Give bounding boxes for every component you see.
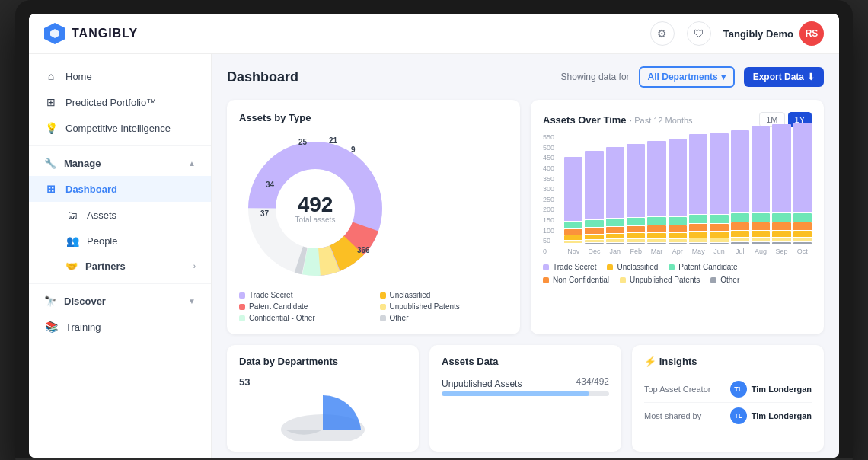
bar-group-Jun: Jun <box>710 133 728 255</box>
bc-dot-ot <box>710 277 716 283</box>
bar-group-Mar: Mar <box>647 141 665 255</box>
donut-legend: Trade Secret Unclassified Patent Candida… <box>239 291 508 322</box>
logo: TANGIBLY <box>44 23 138 44</box>
shield-icon[interactable]: 🛡 <box>687 21 711 46</box>
discover-icon: 🔭 <box>44 295 56 307</box>
insights-card: ⚡ Insights Top Asset Creator TL Tim Lond… <box>632 345 824 452</box>
sidebar-partners[interactable]: 🤝 Partners › <box>29 254 211 279</box>
bar-segment <box>564 222 582 228</box>
predicted-icon: ⊞ <box>44 96 58 108</box>
dashboard-icon: ⊞ <box>44 183 58 195</box>
showing-label: Showing data for <box>561 72 630 82</box>
bar-group-Jan: Jan <box>606 147 624 255</box>
bar-segment <box>772 124 790 212</box>
bar-stack-Dec <box>585 151 603 244</box>
bar-segment <box>669 225 687 232</box>
bar-segment <box>772 242 790 244</box>
donut-chart: 366 37 34 25 21 9 492 Total assets <box>239 133 391 285</box>
bar-segment <box>564 244 582 244</box>
manage-chevron: ▲ <box>188 159 196 168</box>
bc-legend-pc: Patent Candidate <box>669 263 737 271</box>
sidebar-item-predicted[interactable]: ⊞ Predicted Portfolio™ <box>29 89 211 115</box>
bar-segment <box>689 215 707 223</box>
export-label: Export Data <box>753 72 804 82</box>
bar-segment <box>731 130 749 212</box>
legend-dot-unclassified <box>380 292 386 299</box>
bar-segment <box>627 218 645 225</box>
bar-chart-legend: Trade Secret Unclassified Patent Candida… <box>543 263 812 284</box>
bar-segment <box>606 243 624 244</box>
donut-total: 492 <box>295 194 336 216</box>
bar-stack-Feb <box>627 144 645 244</box>
bar-month-label: Nov <box>567 248 579 255</box>
sidebar-discover-section[interactable]: 🔭 Discover ▼ <box>29 289 211 314</box>
dept-num: 53 <box>239 376 407 388</box>
over-time-title: Assets Over Time <box>543 114 627 126</box>
sidebar-item-people[interactable]: 👥 People <box>29 228 211 254</box>
sidebar-item-training[interactable]: 📚 Training <box>29 314 211 340</box>
training-icon: 📚 <box>44 321 58 333</box>
bar-segment <box>731 242 749 244</box>
bar-month-label: Feb <box>630 248 642 255</box>
bar-segment <box>752 231 770 237</box>
donut-area: 366 37 34 25 21 9 492 Total assets <box>239 133 508 285</box>
bar-segment <box>669 217 687 225</box>
bar-segment <box>731 213 749 222</box>
bar-group-Dec: Dec <box>585 151 603 255</box>
user-badge: Tangibly Demo RS <box>723 21 824 46</box>
bar-segment <box>585 240 603 242</box>
bar-segment <box>647 225 665 232</box>
bar-month-label: May <box>692 248 705 255</box>
competitive-icon: 💡 <box>44 122 58 134</box>
discover-chevron: ▼ <box>188 297 196 305</box>
bar-segment <box>564 229 582 235</box>
export-button[interactable]: Export Data ⬇ <box>744 67 824 87</box>
bar-segment <box>669 233 687 238</box>
bar-segment <box>669 139 687 216</box>
sidebar-item-home[interactable]: ⌂ Home <box>29 63 211 89</box>
partners-icon: 🤝 <box>65 260 78 272</box>
people-icon: 👥 <box>65 235 79 247</box>
bar-segment <box>564 235 582 240</box>
bar-month-label: Mar <box>651 248 663 255</box>
bc-legend-ot: Other <box>710 276 739 284</box>
app-body: ⌂ Home ⊞ Predicted Portfolio™ 💡 Competit… <box>29 54 839 458</box>
sidebar-item-assets[interactable]: 🗂 Assets <box>29 202 211 228</box>
bar-month-label: Jun <box>713 248 725 255</box>
sidebar-item-dashboard[interactable]: ⊞ Dashboard <box>29 176 211 202</box>
most-shared-name: Tim Londergan <box>752 411 812 420</box>
legend-label-trade-secret: Trade Secret <box>249 291 292 299</box>
bar-segment <box>689 232 707 238</box>
discover-label: Discover <box>64 295 106 307</box>
dept-dropdown[interactable]: All Departments ▾ <box>639 66 735 88</box>
bar-segment <box>772 238 790 241</box>
bar-segment <box>731 238 749 241</box>
logo-text: TANGIBLY <box>72 27 138 40</box>
sidebar-item-competitive[interactable]: 💡 Competitive Intelligence <box>29 115 211 141</box>
bc-dot-nc <box>543 277 549 283</box>
bar-segment <box>647 217 665 225</box>
legend-unpublished: Unpublished Patents <box>380 302 509 311</box>
svg-marker-0 <box>50 29 59 38</box>
sidebar-label-predicted: Predicted Portfolio™ <box>65 97 156 108</box>
legend-dot-confidential <box>239 315 245 321</box>
dashboard-header: Dashboard Showing data for All Departmen… <box>227 66 824 88</box>
nav-right: ⚙ 🛡 Tangibly Demo RS <box>650 21 824 46</box>
bar-group-Sep: Sep <box>772 124 790 255</box>
donut-label-25: 25 <box>298 138 308 146</box>
user-avatar: RS <box>799 21 824 46</box>
unpublished-row: Unpublished Assets 434/492 <box>442 376 609 396</box>
bc-dot-uc <box>607 264 613 270</box>
bar-stack-Mar <box>647 141 665 244</box>
bar-segment <box>585 151 603 219</box>
sidebar-manage-section[interactable]: 🔧 Manage ▲ <box>29 151 211 176</box>
top-creator-label: Top Asset Creator <box>644 385 710 394</box>
legend-dot-other <box>380 315 386 321</box>
most-shared-row: Most shared by TL Tim Londergan <box>644 403 812 429</box>
top-nav: TANGIBLY ⚙ 🛡 Tangibly Demo RS <box>29 14 839 54</box>
export-icon: ⬇ <box>807 72 815 82</box>
settings-icon[interactable]: ⚙ <box>650 21 675 46</box>
bar-stack-Oct <box>793 123 812 244</box>
assets-data-card: Assets Data Unpublished Assets 434/492 <box>429 345 621 452</box>
bar-stack-Apr <box>669 139 687 244</box>
